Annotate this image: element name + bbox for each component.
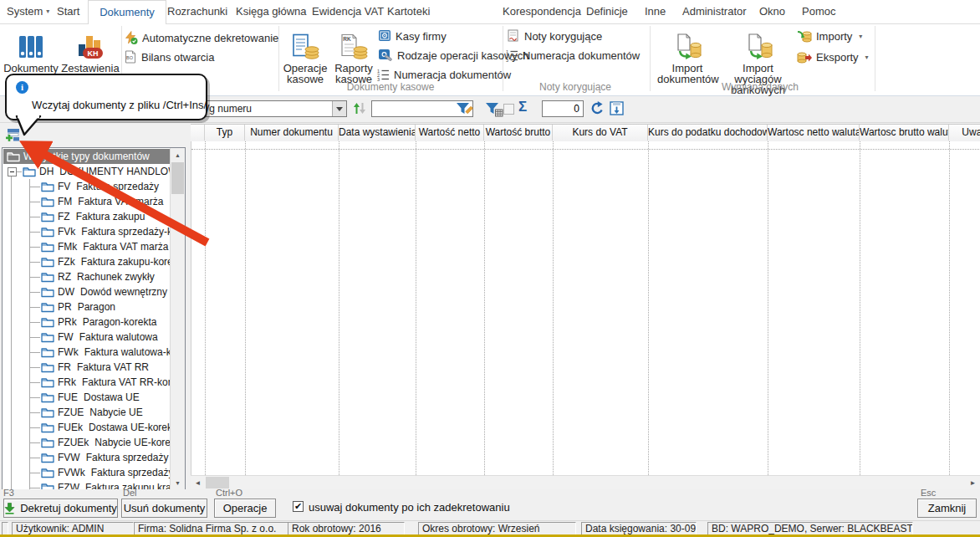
ribbon-numeracja-kasowe[interactable]: 123 Numeracja dokumentów: [376, 67, 511, 82]
menu-ewidencja-vat[interactable]: Ewidencja VAT: [312, 0, 384, 23]
filter-edit-button[interactable]: [456, 101, 474, 120]
tree-scrollbar-thumb[interactable]: [171, 162, 184, 194]
export-grid-button[interactable]: [610, 101, 624, 119]
filter-checkbox[interactable]: [503, 104, 514, 115]
column-header-1[interactable]: Typ: [205, 125, 245, 141]
tree-item-root[interactable]: Wszystkie typy dokumentów: [3, 149, 171, 164]
scroll-left-icon[interactable]: ◄: [191, 476, 205, 490]
column-header-6[interactable]: Kurs do VAT: [553, 125, 648, 141]
ribbon-noty-korygujace[interactable]: Noty korygujące: [507, 28, 602, 43]
filter-builder-button[interactable]: [485, 101, 503, 120]
ribbon-dokumenty-label: Dokumenty: [3, 63, 59, 74]
tree-item-FVk[interactable]: FVkFaktura sprzedaży-kor: [3, 224, 171, 239]
folder-icon: [41, 316, 54, 328]
column-header-4[interactable]: Wartość netto: [416, 125, 484, 141]
ribbon-eksporty[interactable]: Eksporty ▾: [797, 49, 869, 64]
menu-kartoteki[interactable]: Kartoteki: [387, 0, 430, 23]
dekretuj-dokumenty-button[interactable]: Dekretuj dokumenty: [3, 499, 118, 518]
ribbon-kasy-firmy-label: Kasy firmy: [396, 30, 447, 43]
ribbon-operacje-kasowe-button[interactable]: Operacje kasowe: [281, 24, 329, 93]
tree-item-FVW[interactable]: FVWFaktura sprzedaży kr: [3, 450, 171, 465]
menu-inne[interactable]: Inne: [645, 0, 666, 23]
operacje-button[interactable]: Operacje: [214, 499, 276, 518]
menu-okno[interactable]: Okno: [759, 0, 785, 23]
record-count-field[interactable]: [542, 100, 584, 117]
tree-item-FW[interactable]: FWFaktura walutowa: [3, 330, 171, 345]
tree-item-FWk[interactable]: FWkFaktura walutowa-ko: [3, 345, 171, 360]
tree-item-FV[interactable]: FVFaktura sprzedaży: [3, 179, 171, 194]
tree-item-FRk[interactable]: FRkFaktura VAT RR-kore: [3, 375, 171, 390]
tree-item-label: Faktura zakupu: [76, 211, 145, 222]
menu-pomoc[interactable]: Pomoc: [802, 0, 835, 23]
column-header-7[interactable]: Kurs do podatku dochodow.: [648, 125, 768, 141]
tree-item-FZk[interactable]: FZkFaktura zakupu-korek: [3, 254, 171, 269]
tree-item-PRk[interactable]: PRkParagon-korekta: [3, 315, 171, 330]
search-mode-select[interactable]: Wg numeru: [195, 100, 347, 117]
database-export-icon: [797, 51, 812, 64]
menu-korespondencja[interactable]: Korespondencja: [503, 0, 581, 23]
ribbon-noty-korygujace-label: Noty korygujące: [524, 30, 602, 43]
sort-toggle-button[interactable]: [351, 101, 368, 119]
svg-text:3: 3: [506, 58, 508, 63]
tree-scrollbar[interactable]: ▲ ▼: [170, 148, 185, 489]
download-icon: [610, 101, 624, 115]
ribbon-bilans-otwarcia[interactable]: BO Bilans otwarcia: [124, 49, 214, 64]
scroll-right-icon[interactable]: ►: [966, 476, 980, 490]
column-header-9[interactable]: Wartosc brutto waluta: [860, 125, 949, 141]
binders-icon: [3, 27, 59, 60]
tree-item-DH[interactable]: DHDOKUMENTY HANDLOW: [3, 164, 171, 179]
tree-item-code: DH: [39, 166, 54, 177]
zamknij-button[interactable]: Zamknij: [917, 499, 977, 518]
column-header-0[interactable]: [191, 125, 205, 141]
tree-item-label: Dowód wewnętrzny: [80, 286, 167, 298]
tree-item-FM[interactable]: FMFaktura VAT marża: [3, 194, 171, 209]
tree-item-FZUEk[interactable]: FZUEkNabycie UE-korek: [3, 435, 171, 450]
ribbon-bilans-otwarcia-label: Bilans otwarcia: [141, 51, 214, 64]
tree-item-FUEk[interactable]: FUEkDostawa UE-korekt.: [3, 420, 171, 435]
column-header-8[interactable]: Wartosc netto waluta: [768, 125, 860, 141]
column-header-5[interactable]: Wartość brutto: [484, 125, 553, 141]
tree-item-FZ[interactable]: FZFaktura zakupu: [3, 209, 171, 224]
column-header-2[interactable]: Numer dokumentu: [245, 125, 339, 141]
tree-item-FVWk[interactable]: FVWkFaktura sprzedaży k: [3, 465, 171, 480]
table-horizontal-scrollbar[interactable]: ◄ ►: [191, 475, 980, 490]
safe-wrench-icon: [378, 49, 393, 62]
refresh-button[interactable]: [590, 101, 605, 119]
statusbar-grip: [2, 522, 8, 535]
scroll-down-icon[interactable]: ▼: [171, 476, 185, 489]
tree-item-FZUE[interactable]: FZUENabycie UE: [3, 405, 171, 420]
menu-system[interactable]: System▾: [7, 0, 49, 23]
ribbon-importy[interactable]: Importy ▾: [797, 28, 862, 43]
menu-start[interactable]: Start: [57, 0, 79, 23]
table-header: TypNumer dokumentuData wystawieniaWartoś…: [191, 124, 980, 142]
folder-icon: [41, 211, 54, 222]
usuwaj-dokumenty-checkbox[interactable]: [293, 501, 304, 512]
table-column-separator: [339, 141, 339, 475]
shortcut-del: Del: [123, 488, 137, 498]
ribbon-kasy-firmy[interactable]: Kasy firmy: [378, 28, 447, 43]
hscrollbar-thumb[interactable]: [206, 477, 229, 488]
tree-item-DW[interactable]: DWDowód wewnętrzny: [3, 284, 171, 299]
tree-item-PR[interactable]: PRParagon: [3, 299, 171, 315]
menu-ksiega-glowna[interactable]: Księga główna: [236, 0, 307, 23]
select-dropdown-button[interactable]: [332, 101, 346, 116]
usun-dokumenty-button[interactable]: Usuń dokumenty: [121, 499, 207, 518]
sum-button[interactable]: Σ: [518, 99, 527, 115]
ribbon-auto-dekretowanie[interactable]: Automatyczne dekretowanie: [124, 30, 278, 45]
table-column-separator: [553, 141, 554, 475]
menu-rozrachunki[interactable]: Rozrachunki: [167, 0, 227, 23]
green-down-arrow-icon: [4, 503, 15, 514]
column-header-10[interactable]: Uwagi: [949, 125, 980, 141]
folder-icon: [7, 151, 20, 162]
tree-item-FMk[interactable]: FMkFaktura VAT marża -: [3, 239, 171, 254]
ribbon-numeracja-noty[interactable]: 123 Numeracja dokumentów: [505, 48, 640, 63]
tree-item-FR[interactable]: FRFaktura VAT RR: [3, 360, 171, 375]
scroll-up-icon[interactable]: ▲: [171, 148, 185, 161]
tree-expander-collapse[interactable]: [8, 167, 17, 176]
column-header-3[interactable]: Data wystawienia: [339, 125, 416, 141]
tree-item-FUE[interactable]: FUEDostawa UE: [3, 390, 171, 405]
menu-definicje[interactable]: Definicje: [586, 0, 628, 23]
menu-dokumenty[interactable]: Dokumenty: [88, 0, 166, 24]
tree-item-RZ[interactable]: RZRachunek zwykły: [3, 269, 171, 284]
menu-administrator[interactable]: Administrator: [682, 0, 747, 23]
